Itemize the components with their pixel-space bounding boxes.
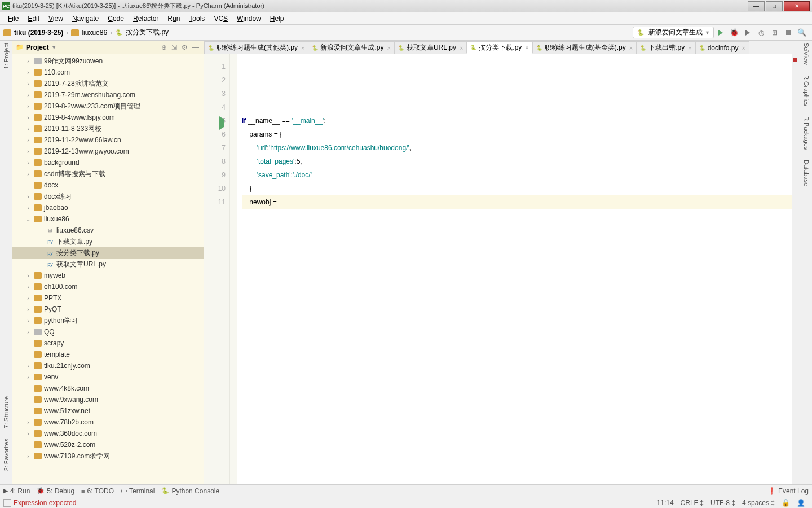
chevron-icon[interactable]: ›: [25, 419, 32, 426]
gutter-run-icon[interactable]: [219, 116, 224, 130]
chevron-icon[interactable]: ›: [25, 81, 32, 87]
editor-tab[interactable]: 🐍新浪爱问文章生成.py×: [308, 41, 394, 54]
menu-help[interactable]: Help: [266, 14, 289, 24]
chevron-icon[interactable]: ›: [25, 284, 32, 290]
menu-navigate[interactable]: Navigate: [68, 14, 103, 24]
menu-vcs[interactable]: VCS: [209, 14, 232, 24]
readonly-toggle-icon[interactable]: 🔓: [778, 499, 793, 507]
debug-button[interactable]: 🐞: [729, 27, 740, 38]
chevron-icon[interactable]: ›: [25, 92, 32, 98]
tree-item[interactable]: ›python学习: [12, 315, 204, 326]
menu-code[interactable]: Code: [103, 14, 129, 24]
tool-favorites-tab[interactable]: 2: Favorites: [3, 439, 10, 471]
inspection-icon[interactable]: 👤: [793, 499, 809, 507]
tree-item[interactable]: www.51zxw.net: [12, 405, 204, 417]
close-tab-icon[interactable]: ×: [629, 45, 633, 51]
tool-rgraphics-tab[interactable]: R Graphics: [803, 75, 810, 106]
editor-tab[interactable]: 🐍下载出错.py×: [636, 41, 695, 54]
tree-item[interactable]: template: [12, 349, 204, 360]
tree-item[interactable]: scrapy: [12, 338, 204, 349]
concurrency-button[interactable]: ⊞: [769, 27, 780, 38]
menu-file[interactable]: File: [3, 14, 23, 24]
tree-item[interactable]: ›venv: [12, 371, 204, 383]
tree-item[interactable]: ›2019-11-22www.66law.cn: [12, 134, 204, 146]
chevron-down-icon[interactable]: ▼: [51, 44, 57, 50]
caret-position[interactable]: 11:14: [654, 499, 677, 507]
select-opened-file-icon[interactable]: ⊕: [160, 43, 168, 51]
chevron-icon[interactable]: ›: [25, 126, 32, 132]
menu-window[interactable]: Window: [232, 14, 266, 24]
close-tab-icon[interactable]: ×: [742, 45, 745, 51]
editor-tab[interactable]: 🐍按分类下载.py×: [466, 41, 532, 54]
project-tree[interactable]: ›99作文网99zuowen›110.com›2019-7-28演讲稿范文›20…: [12, 54, 204, 484]
tree-item[interactable]: py下载文章.py: [12, 236, 204, 247]
tree-item[interactable]: ›www.78b2b.com: [12, 417, 204, 428]
tool-structure-tab[interactable]: 7: Structure: [3, 396, 10, 428]
tree-item[interactable]: docx: [12, 179, 204, 191]
close-button[interactable]: ✕: [784, 1, 810, 11]
search-everywhere-button[interactable]: 🔍: [796, 27, 807, 38]
tree-item[interactable]: ›www.7139.com求学网: [12, 450, 204, 462]
tree-item[interactable]: ›2019-7-29m.wenshubang.com: [12, 89, 204, 100]
tree-item[interactable]: ›2019-12-13www.gwyoo.com: [12, 146, 204, 157]
tree-item[interactable]: ›QQ: [12, 326, 204, 338]
close-tab-icon[interactable]: ×: [460, 45, 463, 51]
tree-item[interactable]: ›2019-7-28演讲稿范文: [12, 78, 204, 89]
tree-item[interactable]: ›csdn博客搜索与下载: [12, 168, 204, 179]
profile-button[interactable]: ◷: [756, 27, 767, 38]
stop-button[interactable]: [783, 27, 794, 38]
close-tab-icon[interactable]: ×: [688, 45, 691, 51]
menu-run[interactable]: Run: [163, 14, 184, 24]
tree-item[interactable]: ›jbaobao: [12, 202, 204, 213]
code-editor[interactable]: 1234567891011 if __name__ == '__main__':…: [204, 54, 800, 484]
tree-item[interactable]: ›docx练习: [12, 191, 204, 202]
close-tab-icon[interactable]: ×: [387, 45, 390, 51]
tool-rpackages-tab[interactable]: R Packages: [803, 116, 810, 150]
tree-item[interactable]: ›2019-11-8 233网校: [12, 123, 204, 134]
menu-refactor[interactable]: Refactor: [129, 14, 163, 24]
close-tab-icon[interactable]: ×: [525, 44, 528, 51]
line-separator[interactable]: CRLF ‡: [677, 499, 707, 507]
project-panel-title[interactable]: Project: [26, 43, 49, 51]
chevron-icon[interactable]: ›: [25, 58, 32, 64]
code-content[interactable]: if __name__ == '__main__': params = { 'u…: [237, 54, 792, 484]
tree-item[interactable]: ›99作文网99zuowen: [12, 55, 204, 67]
chevron-icon[interactable]: ›: [25, 453, 32, 459]
tool-sciview-tab[interactable]: SciView: [803, 43, 810, 65]
run-config-select[interactable]: 🐍 新浪爱问文章生成 ▼: [633, 27, 714, 38]
editor-tab[interactable]: 🐍职称练习题生成(基金类).py×: [532, 41, 637, 54]
tree-item[interactable]: py获取文章URL.py: [12, 259, 204, 270]
tool-terminal[interactable]: 🖵 Terminal: [121, 487, 155, 495]
breadcrumb[interactable]: tiku (2019-3-25) › liuxue86 › 🐍 按分类下载.py: [3, 28, 169, 37]
chevron-icon[interactable]: ›: [25, 137, 32, 143]
tool-run[interactable]: ▶ 4: Run: [3, 487, 30, 495]
tree-item[interactable]: ›PyQT: [12, 304, 204, 315]
tree-item[interactable]: ›www.360doc.com: [12, 428, 204, 439]
minimize-button[interactable]: —: [748, 1, 765, 11]
chevron-icon[interactable]: ›: [25, 115, 32, 121]
chevron-icon[interactable]: ›: [25, 148, 32, 155]
tool-todo[interactable]: ≡ 6: TODO: [81, 487, 114, 495]
chevron-icon[interactable]: ›: [25, 69, 32, 76]
error-stripe-icon[interactable]: [793, 58, 797, 62]
tree-item[interactable]: ›myweb: [12, 270, 204, 281]
chevron-icon[interactable]: ›: [25, 103, 32, 110]
tree-item[interactable]: ›PPTX: [12, 292, 204, 304]
tree-item[interactable]: ›oh100.com: [12, 281, 204, 292]
tree-item[interactable]: py按分类下载.py: [12, 247, 204, 259]
tree-item[interactable]: ›2019-8-4www.lspjy.com: [12, 112, 204, 123]
chevron-icon[interactable]: ›: [25, 329, 32, 335]
tree-item[interactable]: ›tiku.21cnjy.com: [12, 360, 204, 371]
maximize-button[interactable]: □: [766, 1, 783, 11]
editor-tab[interactable]: 🐍职称练习题生成(其他类).py×: [204, 41, 308, 54]
tree-item[interactable]: ⊞liuxue86.csv: [12, 225, 204, 236]
chevron-icon[interactable]: ›: [25, 431, 32, 437]
editor-tab[interactable]: 🐍docinfo.py×: [695, 41, 749, 54]
menu-view[interactable]: View: [44, 14, 68, 24]
tool-database-tab[interactable]: Database: [803, 160, 810, 186]
chevron-icon[interactable]: ›: [25, 363, 32, 369]
hide-icon[interactable]: —: [191, 43, 200, 51]
tool-project-tab[interactable]: 1: Project: [3, 43, 10, 69]
gear-icon[interactable]: ⚙: [180, 43, 189, 51]
tool-python-console[interactable]: 🐍 Python Console: [161, 487, 219, 495]
